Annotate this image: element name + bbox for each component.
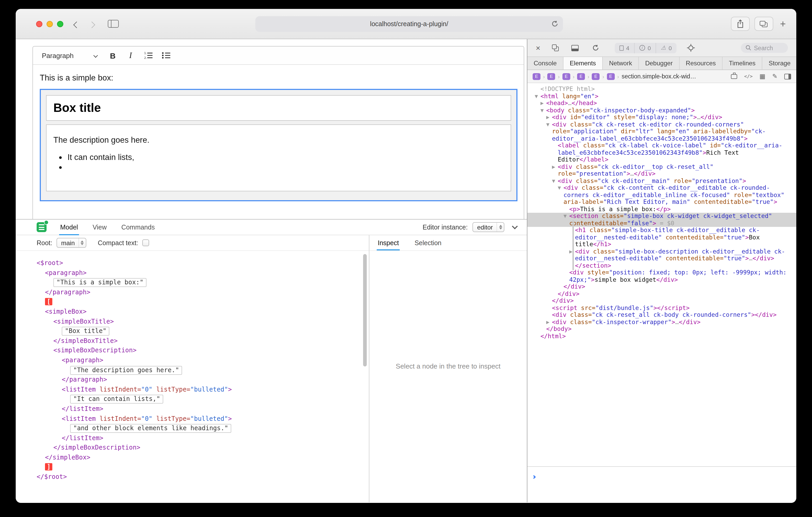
resource-count-badge[interactable]: 4 xyxy=(615,42,634,53)
tree-line[interactable]: </$root> xyxy=(16,472,369,482)
tree-line[interactable]: ▶<head>…</head> xyxy=(527,100,796,107)
model-text-node[interactable]: "The description goes here." xyxy=(70,366,182,374)
sidebar-toggle-button[interactable] xyxy=(108,20,119,28)
tree-line[interactable]: <$root> xyxy=(16,258,369,268)
grid-overlay-icon[interactable]: ▦ xyxy=(759,73,765,80)
list-item[interactable]: It can contain lists, xyxy=(67,152,504,162)
tree-line[interactable]: <p>This is a simple box:</p> xyxy=(527,206,796,213)
warning-count-badge[interactable]: ⚠ 0 xyxy=(656,42,676,53)
simple-box-title[interactable]: Box title xyxy=(46,95,511,121)
bold-button[interactable]: B xyxy=(105,48,121,63)
devtools-tab-resources[interactable]: Resources xyxy=(679,57,723,69)
simple-box-description[interactable]: The description goes here. It can contai… xyxy=(46,124,511,191)
tree-line[interactable]: ▼<div class="ck ck-reset ck-editor ck-ro… xyxy=(527,121,796,142)
numbered-list-button[interactable]: 1.2. xyxy=(140,48,156,63)
tree-line[interactable]: ▶<div class="ck-inspector-wrapper">…</di… xyxy=(527,318,796,326)
disclosure-open-icon[interactable]: ▼ xyxy=(563,213,569,220)
list-item[interactable] xyxy=(67,162,504,172)
tree-line[interactable]: <div style="position: fixed; top: 0px; l… xyxy=(527,269,796,283)
print-icon[interactable] xyxy=(731,74,737,79)
details-sidebar-icon[interactable] xyxy=(784,73,791,79)
tree-line[interactable]: <paragraph> xyxy=(16,268,369,278)
tree-line[interactable]: <script src="dist/bundle.js"></script> xyxy=(527,304,796,311)
tree-line[interactable]: </simpleBox> xyxy=(16,453,369,462)
breadcrumb-element-badge[interactable]: E xyxy=(532,73,541,80)
tree-line[interactable]: </html> xyxy=(527,333,796,340)
model-text-node[interactable]: "Box title" xyxy=(62,327,110,336)
disclosure-open-icon[interactable]: ▼ xyxy=(546,121,552,128)
close-window-button[interactable] xyxy=(36,21,42,27)
tree-line[interactable]: </div> xyxy=(527,291,796,298)
tree-line[interactable]: <listItem listIndent="0" listType="bulle… xyxy=(16,385,369,394)
tree-line[interactable]: </listItem> xyxy=(16,404,369,414)
address-bar[interactable]: localhost/creating-a-plugin/ xyxy=(255,16,563,32)
devtools-search-field[interactable]: Search xyxy=(741,43,788,53)
devtools-tab-network[interactable]: Network xyxy=(603,57,639,69)
tree-line[interactable]: "and other block elements like headings.… xyxy=(16,423,369,433)
breadcrumb-current-element[interactable]: section.simple-box.ck-wid… xyxy=(621,73,696,80)
tree-line[interactable]: [ xyxy=(16,297,369,307)
paragraph-style-dropdown[interactable]: Paragraph xyxy=(36,48,103,63)
disclosure-open-icon[interactable]: ▼ xyxy=(558,185,563,191)
tree-line[interactable]: ▶<div class="simple-box-description ck-e… xyxy=(527,248,796,262)
devtools-tab-storage[interactable]: Storage xyxy=(762,57,796,69)
description-paragraph[interactable]: The description goes here. xyxy=(53,135,504,145)
tree-line[interactable]: </paragraph> xyxy=(16,287,369,297)
side-tab-selection[interactable]: Selection xyxy=(413,235,443,250)
devtools-tab-console[interactable]: Console xyxy=(527,57,563,69)
root-select[interactable]: main xyxy=(57,238,86,248)
source-code-icon[interactable]: </> xyxy=(744,74,753,79)
share-button[interactable] xyxy=(731,17,750,31)
tree-line[interactable]: </div> xyxy=(527,283,796,291)
model-tree-scrollbar[interactable] xyxy=(363,254,367,366)
inspector-tab-commands[interactable]: Commands xyxy=(120,219,156,235)
reload-icon[interactable] xyxy=(551,20,558,27)
tree-line[interactable]: <simpleBoxTitle> xyxy=(16,316,369,326)
tree-line[interactable]: <simpleBox> xyxy=(16,307,369,316)
tree-line[interactable]: "It can contain lists," xyxy=(16,394,369,404)
tree-line[interactable]: ▶<div class="ck ck-editor__top ck-reset_… xyxy=(527,163,796,178)
side-tab-inspect[interactable]: Inspect xyxy=(377,235,400,250)
reload-page-button[interactable] xyxy=(592,44,599,51)
disclosure-closed-icon[interactable]: ▶ xyxy=(569,248,575,255)
tree-line[interactable]: </paragraph> xyxy=(16,375,369,385)
forward-button[interactable] xyxy=(89,20,94,29)
devtools-tab-elements[interactable]: Elements xyxy=(563,57,603,69)
breadcrumb-element-badge[interactable]: E xyxy=(607,73,614,80)
tree-line[interactable]: <listItem listIndent="0" listType="bulle… xyxy=(16,414,369,423)
disclosure-open-icon[interactable]: ▼ xyxy=(541,107,546,114)
breadcrumb-element-badge[interactable]: E xyxy=(592,73,600,80)
tree-line[interactable]: <!DOCTYPE html> xyxy=(527,86,796,93)
tree-line[interactable]: <div class="ck ck-reset_all ck-body ck-r… xyxy=(527,311,796,318)
tree-line[interactable]: "The description goes here." xyxy=(16,365,369,375)
dock-side-icon[interactable] xyxy=(571,45,579,51)
disclosure-closed-icon[interactable]: ▶ xyxy=(546,318,552,326)
detach-window-icon[interactable] xyxy=(552,44,559,51)
tree-line[interactable]: ▼<body class="ck-inspector-body-expanded… xyxy=(527,107,796,114)
zoom-window-button[interactable] xyxy=(57,21,63,27)
error-count-badge[interactable]: i 0 xyxy=(634,42,656,53)
editor-editable-area[interactable]: This is a simple box: Box title The desc… xyxy=(33,65,524,201)
tree-line[interactable]: ] xyxy=(16,462,369,472)
tree-line[interactable]: </listItem> xyxy=(16,433,369,443)
italic-button[interactable]: I xyxy=(122,48,139,63)
disclosure-open-icon[interactable]: ▼ xyxy=(552,178,558,185)
collapse-inspector-button[interactable] xyxy=(509,226,521,229)
tab-overview-button[interactable] xyxy=(754,17,773,31)
tree-line[interactable]: ▼<html lang="en"> xyxy=(527,93,796,100)
console-prompt-row[interactable] xyxy=(527,466,796,503)
simple-box-widget[interactable]: Box title The description goes here. It … xyxy=(40,89,517,201)
tree-line[interactable]: </section> xyxy=(527,262,796,269)
breadcrumb-element-badge[interactable]: E xyxy=(577,73,585,80)
devtools-tab-timelines[interactable]: Timelines xyxy=(723,57,762,69)
inspector-tab-view[interactable]: View xyxy=(92,219,108,235)
tree-line[interactable]: </simpleBoxTitle> xyxy=(16,336,369,346)
breadcrumb-element-badge[interactable]: E xyxy=(548,73,555,80)
disclosure-open-icon[interactable]: ▼ xyxy=(535,93,541,100)
tree-line[interactable]: <paragraph> xyxy=(16,356,369,365)
tree-line[interactable]: ▼<div class="ck ck-content ck-editor__ed… xyxy=(527,185,796,206)
editor-instance-select[interactable]: editor xyxy=(472,222,504,232)
tree-line[interactable]: <simpleBoxDescription> xyxy=(16,346,369,356)
back-button[interactable] xyxy=(74,20,79,29)
tree-line[interactable]: </body> xyxy=(527,326,796,333)
